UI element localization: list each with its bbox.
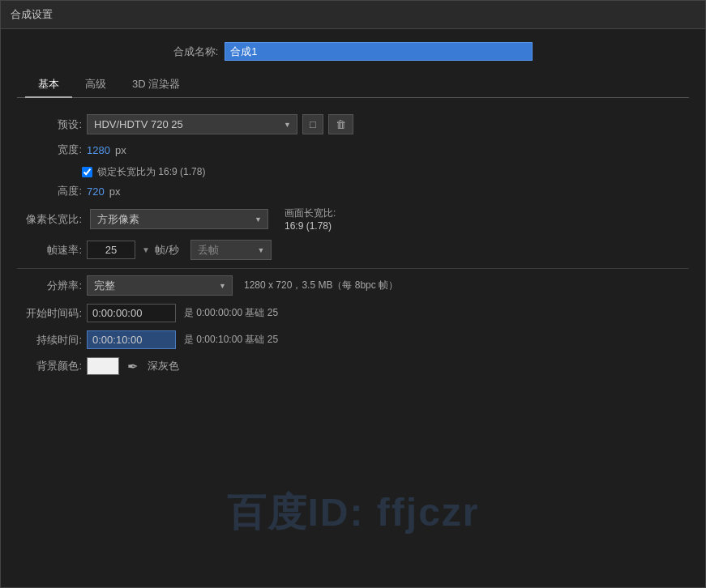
fps-row: 帧速率: ▼ 帧/秒 丢帧 不丢帧 [17, 240, 689, 260]
bg-color-swatch[interactable] [87, 357, 119, 375]
height-unit: px [109, 185, 121, 198]
fps-unit: 帧/秒 [155, 243, 179, 258]
start-timecode-input[interactable] [87, 304, 176, 322]
pixel-ratio-row: 像素长宽比: 方形像素 D1/DV NTSC D1/DV PAL 画面长宽比: … [17, 207, 689, 232]
frame-ratio-value: 16:9 (1.78) [285, 220, 336, 232]
preset-select-wrapper: HDV/HDTV 720 25 HDTV 1080 25 自定义 [87, 114, 297, 134]
resolution-info: 1280 x 720，3.5 MB（每 8bpc 帧） [244, 279, 398, 292]
preset-row: 预设: HDV/HDTV 720 25 HDTV 1080 25 自定义 □ 🗑 [17, 114, 689, 134]
duration-label: 持续时间: [17, 333, 82, 347]
watermark: 百度ID: ffjczr [227, 487, 480, 539]
frame-ratio-display: 画面长宽比: 16:9 (1.78) [285, 207, 336, 232]
discard-select-wrapper: 丢帧 不丢帧 [190, 240, 272, 260]
tab-3d-renderer[interactable]: 3D 渲染器 [119, 72, 193, 98]
divider-1 [17, 268, 689, 269]
preset-select[interactable]: HDV/HDTV 720 25 HDTV 1080 25 自定义 [87, 114, 297, 134]
fps-input[interactable] [87, 241, 135, 259]
frame-ratio-title: 画面长宽比: [285, 207, 336, 220]
width-value[interactable]: 1280 [87, 144, 110, 156]
pixel-ratio-select-wrapper: 方形像素 D1/DV NTSC D1/DV PAL [90, 209, 268, 229]
lock-aspect-label: 锁定长宽比为 16:9 (1.78) [97, 165, 205, 179]
resolution-row: 分辨率: 完整 1/2 1/4 自定义 1280 x 720，3.5 MB（每 … [17, 275, 689, 296]
comp-name-row: 合成名称: [17, 42, 689, 61]
preset-label: 预设: [17, 117, 82, 132]
eyedropper-icon[interactable]: ✒ [127, 359, 138, 374]
fps-label: 帧速率: [17, 243, 82, 258]
width-label: 宽度: [17, 143, 82, 157]
comp-name-label: 合成名称: [173, 45, 219, 59]
fps-dropdown-arrow[interactable]: ▼ [142, 245, 150, 254]
resolution-select-wrapper: 完整 1/2 1/4 自定义 [87, 275, 233, 296]
start-timecode-label: 开始时间码: [17, 306, 82, 321]
lock-aspect-checkbox[interactable] [82, 167, 92, 177]
bg-color-name: 深灰色 [148, 359, 179, 373]
duration-row: 持续时间: 是 0:00:10:00 基础 25 [17, 330, 689, 349]
start-timecode-note: 是 0:00:00:00 基础 25 [184, 306, 278, 320]
bg-color-row: 背景颜色: ✒ 深灰色 [17, 357, 689, 375]
lock-aspect-row: 锁定长宽比为 16:9 (1.78) [82, 165, 689, 179]
height-value[interactable]: 720 [87, 185, 105, 198]
resolution-select[interactable]: 完整 1/2 1/4 自定义 [87, 275, 233, 296]
discard-select[interactable]: 丢帧 不丢帧 [190, 240, 272, 260]
width-unit: px [115, 144, 126, 156]
bg-color-label-text: 背景颜色: [17, 359, 82, 373]
height-row: 高度: 720 px [17, 184, 689, 198]
pixel-ratio-select[interactable]: 方形像素 D1/DV NTSC D1/DV PAL [90, 209, 268, 229]
resolution-label: 分辨率: [17, 279, 82, 293]
basic-tab-content: 预设: HDV/HDTV 720 25 HDTV 1080 25 自定义 □ 🗑… [17, 108, 689, 390]
width-row: 宽度: 1280 px [17, 143, 689, 157]
height-label: 高度: [17, 184, 82, 198]
start-timecode-row: 开始时间码: 是 0:00:00:00 基础 25 [17, 304, 689, 322]
duration-input[interactable] [87, 330, 176, 349]
title-bar: 合成设置 [1, 1, 705, 29]
delete-preset-button[interactable]: 🗑 [328, 114, 353, 134]
tab-advanced[interactable]: 高级 [72, 72, 119, 98]
dialog-composition-settings: 合成设置 合成名称: 基本 高级 3D 渲染器 预设: HDV/HDTV 720… [0, 0, 706, 588]
dialog-title: 合成设置 [11, 8, 53, 20]
comp-name-input[interactable] [225, 42, 533, 61]
copy-preset-button[interactable]: □ [302, 114, 323, 134]
duration-note: 是 0:00:10:00 基础 25 [184, 333, 278, 347]
tabs-bar: 基本 高级 3D 渲染器 [17, 72, 689, 98]
tab-basic[interactable]: 基本 [25, 72, 72, 98]
pixel-ratio-label: 像素长宽比: [17, 212, 82, 227]
